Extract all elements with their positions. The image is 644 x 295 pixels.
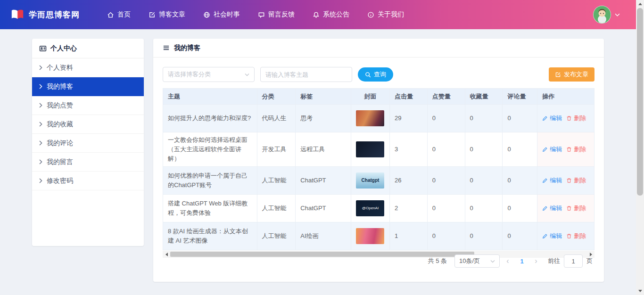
prev-page-button[interactable]: ‹ bbox=[500, 257, 516, 265]
scroll-up-arrow[interactable] bbox=[636, 0, 644, 8]
scroll-left-arrow[interactable] bbox=[163, 251, 170, 258]
table-header: 主题 分类 标签 封面 点击量 点赞量 收藏量 评论量 操作 bbox=[163, 89, 594, 105]
category-select[interactable]: 请选择博客分类 bbox=[163, 67, 255, 82]
header-category: 分类 bbox=[257, 89, 296, 105]
navbar-user-area bbox=[593, 6, 626, 24]
my-blogs-panel: 我的博客 请选择博客分类 查询 发布文章 主题 分类 标签 封面 点击量 点赞量… bbox=[153, 39, 604, 282]
tag-text: ChatGPT bbox=[300, 176, 326, 185]
table-body: 如何提升人的思考能力和深度? 代码人生 思考 29 0 0 0 编辑 删除 一文… bbox=[163, 105, 594, 250]
nav-label: 首页 bbox=[117, 10, 131, 19]
nav-item-home[interactable]: 首页 bbox=[107, 10, 131, 19]
delete-label: 删除 bbox=[574, 231, 586, 241]
cell-topic: 如何提升人的思考能力和深度? bbox=[163, 105, 257, 132]
nav-item-feedback[interactable]: 留言反馈 bbox=[258, 10, 295, 19]
header-actions: 操作 bbox=[537, 89, 594, 105]
personal-center-sidebar: 个人中心 个人资料 我的博客 我的点赞 我的收藏 我的评论 我的留言 修改密码 bbox=[32, 39, 144, 246]
page-size-select[interactable]: 10条/页 bbox=[454, 254, 500, 268]
vertical-scrollbar[interactable] bbox=[636, 0, 644, 295]
menu-icon bbox=[163, 44, 170, 51]
comment-icon bbox=[258, 11, 265, 18]
vertical-scroll-thumb[interactable] bbox=[637, 8, 643, 196]
sidebar-item-my-likes[interactable]: 我的点赞 bbox=[32, 96, 144, 115]
goto-page-input[interactable] bbox=[564, 254, 583, 268]
chevron-right-icon bbox=[39, 84, 42, 89]
nav-label: 博客文章 bbox=[159, 10, 185, 19]
next-page-button[interactable]: › bbox=[528, 257, 544, 265]
cell-actions: 编辑 删除 bbox=[537, 132, 594, 167]
cell-tag: AI绘画 bbox=[296, 222, 351, 250]
cover-image bbox=[356, 141, 384, 157]
cell-clicks: 3 bbox=[390, 132, 428, 167]
sidebar-item-my-comments[interactable]: 我的评论 bbox=[32, 134, 144, 153]
cell-tag: ChatGPT bbox=[296, 195, 351, 222]
sidebar-item-label: 我的评论 bbox=[47, 139, 73, 148]
scroll-down-arrow[interactable] bbox=[636, 287, 644, 295]
search-icon bbox=[365, 72, 371, 78]
delete-link[interactable]: 删除 bbox=[566, 145, 586, 154]
nav-label: 留言反馈 bbox=[268, 10, 295, 19]
cover-image bbox=[356, 228, 384, 244]
nav-menu: 首页 博客文章 社会时事 留言反馈 系统公告 关于我们 bbox=[107, 10, 404, 19]
user-avatar[interactable] bbox=[593, 6, 611, 24]
cell-favorites: 0 bbox=[465, 167, 503, 195]
pencil-icon bbox=[542, 147, 548, 152]
current-page[interactable]: 1 bbox=[516, 258, 528, 265]
header-clicks: 点击量 bbox=[390, 89, 428, 105]
edit-label: 编辑 bbox=[550, 176, 562, 185]
header-cover: 封面 bbox=[351, 89, 390, 105]
edit-link[interactable]: 编辑 bbox=[542, 231, 562, 241]
search-button[interactable]: 查询 bbox=[358, 67, 393, 82]
topic-search-input[interactable] bbox=[260, 67, 352, 82]
brand[interactable]: 学而思博客网 bbox=[10, 8, 80, 21]
edit-link[interactable]: 编辑 bbox=[542, 204, 562, 213]
sidebar-item-my-favorites[interactable]: 我的收藏 bbox=[32, 115, 144, 134]
cell-actions: 编辑 删除 bbox=[537, 105, 594, 132]
edit-link[interactable]: 编辑 bbox=[542, 145, 562, 154]
cell-clicks: 2 bbox=[390, 195, 428, 222]
info-icon bbox=[367, 11, 374, 18]
publish-article-button[interactable]: 发布文章 bbox=[549, 67, 594, 82]
delete-link[interactable]: 删除 bbox=[566, 176, 586, 185]
trash-icon bbox=[566, 147, 572, 152]
blogs-table: 主题 分类 标签 封面 点击量 点赞量 收藏量 评论量 操作 如何提升人的思考能… bbox=[163, 88, 594, 250]
cell-comments: 0 bbox=[503, 195, 537, 222]
site-logo-icon bbox=[10, 8, 25, 21]
pencil-icon bbox=[542, 178, 548, 183]
tag-text: 思考 bbox=[300, 114, 313, 123]
sidebar-item-change-password[interactable]: 修改密码 bbox=[32, 172, 144, 190]
delete-link[interactable]: 删除 bbox=[566, 114, 586, 123]
nav-item-about-us[interactable]: 关于我们 bbox=[367, 10, 404, 19]
nav-item-social-news[interactable]: 社会时事 bbox=[203, 10, 240, 19]
chevron-down-icon[interactable] bbox=[615, 13, 620, 16]
sidebar-item-my-blogs[interactable]: 我的博客 bbox=[32, 77, 144, 96]
category-text: 人工智能 bbox=[262, 231, 287, 241]
goto-page: 前往 页 bbox=[548, 254, 593, 268]
cell-comments: 0 bbox=[503, 167, 537, 195]
chevron-right-icon bbox=[39, 103, 42, 108]
edit-link[interactable]: 编辑 bbox=[542, 114, 562, 123]
nav-item-blog-articles[interactable]: 博客文章 bbox=[149, 10, 185, 19]
sidebar-item-my-messages[interactable]: 我的留言 bbox=[32, 153, 144, 172]
edit-link[interactable]: 编辑 bbox=[542, 176, 562, 185]
topic-text: 如何提升人的思考能力和深度? bbox=[168, 114, 251, 123]
chevron-down-icon bbox=[490, 260, 495, 263]
delete-link[interactable]: 删除 bbox=[566, 231, 586, 241]
publish-button-label: 发布文章 bbox=[564, 70, 588, 79]
filter-bar: 请选择博客分类 查询 发布文章 bbox=[153, 57, 604, 88]
cell-likes: 0 bbox=[428, 167, 465, 195]
category-text: 人工智能 bbox=[262, 204, 287, 213]
delete-link[interactable]: 删除 bbox=[566, 204, 586, 213]
delete-label: 删除 bbox=[574, 176, 586, 185]
sidebar-item-profile[interactable]: 个人资料 bbox=[32, 58, 144, 77]
nav-item-announcements[interactable]: 系统公告 bbox=[313, 10, 349, 19]
category-text: 人工智能 bbox=[262, 176, 287, 185]
edit-square-icon bbox=[555, 72, 561, 78]
table-row: 搭建 ChatGPT Web 版详细教程，可免费体验 人工智能 ChatGPT … bbox=[163, 195, 594, 222]
sidebar-item-label: 我的收藏 bbox=[47, 120, 73, 129]
tag-text: AI绘画 bbox=[300, 231, 318, 241]
trash-icon bbox=[566, 205, 572, 211]
cell-category: 人工智能 bbox=[257, 222, 296, 250]
edit-label: 编辑 bbox=[550, 204, 562, 213]
panel-title: 我的博客 bbox=[174, 44, 200, 52]
topic-text: 一文教会你如何选择远程桌面（五大主流远程软件全面讲解） bbox=[168, 135, 252, 164]
